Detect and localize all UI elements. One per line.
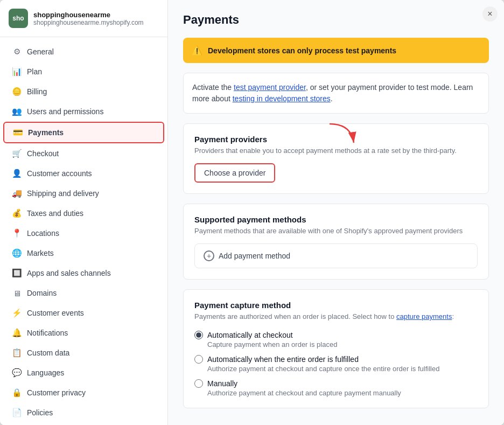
payment-providers-section: Payment providers Providers that enable …: [183, 123, 489, 194]
radio-item-auto-checkout: Automatically at checkout Capture paymen…: [194, 331, 478, 349]
info-box: Activate the test payment provider, or s…: [183, 73, 489, 114]
store-info: shoppinghousenearme shoppinghousenearme.…: [33, 11, 144, 26]
sidebar-item-users[interactable]: 👥 Users and permissions: [3, 102, 164, 121]
store-name: shoppinghousenearme: [33, 11, 144, 19]
capture-payments-link[interactable]: capture payments: [396, 312, 452, 321]
sidebar-item-billing[interactable]: 🪙 Billing: [3, 82, 164, 101]
testing-dev-stores-link[interactable]: testing in development stores: [233, 94, 331, 103]
sidebar-item-label: Languages: [27, 368, 64, 377]
radio-desc-auto-checkout: Capture payment when an order is placed: [207, 340, 478, 349]
plan-icon: 📊: [12, 67, 22, 76]
radio-item-auto-fulfilled: Automatically when the entire order is f…: [194, 355, 478, 373]
sidebar-item-plan[interactable]: 📊 Plan: [3, 62, 164, 81]
radio-label-auto-fulfilled[interactable]: Automatically when the entire order is f…: [194, 355, 478, 364]
notifications-icon: 🔔: [12, 328, 22, 338]
customer-events-icon: ⚡: [12, 308, 22, 318]
main-layout: sho shoppinghousenearme shoppinghousenea…: [0, 0, 504, 425]
sidebar-item-label: Domains: [27, 289, 57, 297]
sidebar-item-custom-data[interactable]: 📋 Custom data: [3, 343, 164, 363]
close-button[interactable]: ×: [482, 6, 498, 22]
sidebar-item-privacy[interactable]: 🔒 Customer privacy: [3, 383, 164, 402]
info-text: Activate the test payment provider, or s…: [192, 82, 480, 104]
sidebar-item-label: Billing: [27, 87, 47, 96]
store-url: shoppinghousenearme.myshopify.com: [33, 19, 144, 26]
locations-icon: 📍: [12, 228, 22, 238]
sidebar-item-label: Plan: [27, 67, 42, 76]
languages-icon: 💬: [12, 368, 22, 378]
capture-method-title: Payment capture method: [194, 301, 478, 310]
add-circle-icon: +: [204, 250, 214, 261]
sidebar-item-policies[interactable]: 📄 Policies: [3, 403, 164, 422]
sidebar-item-locations[interactable]: 📍 Locations: [3, 224, 164, 243]
radio-auto-checkout[interactable]: [194, 331, 203, 339]
page-title: Payments: [183, 13, 489, 27]
supported-methods-desc: Payment methods that are available with …: [194, 226, 478, 236]
radio-desc-manual: Authorize payment at checkout and captur…: [207, 389, 478, 397]
radio-item-manual: Manually Authorize payment at checkout a…: [194, 379, 478, 397]
test-payment-link[interactable]: test payment provider: [234, 83, 306, 92]
shipping-icon: 🚚: [12, 189, 22, 198]
sidebar-item-label: Taxes and duties: [27, 209, 83, 218]
alert-text: Development stores can only process test…: [208, 46, 396, 55]
sidebar-item-general[interactable]: ⚙ General: [3, 42, 164, 61]
sidebar-item-notifications[interactable]: 🔔 Notifications: [3, 323, 164, 343]
sidebar-item-label: Users and permissions: [27, 107, 103, 116]
app-window: × sho shoppinghousenearme shoppinghousen…: [0, 0, 504, 425]
users-icon: 👥: [12, 107, 22, 116]
sidebar-item-label: Notifications: [27, 329, 68, 337]
sidebar-item-label: Custom data: [27, 349, 69, 357]
markets-icon: 🌐: [12, 248, 22, 258]
store-header: sho shoppinghousenearme shoppinghousenea…: [0, 0, 167, 37]
sidebar-item-label: Shipping and delivery: [27, 189, 99, 198]
supported-methods-section: Supported payment methods Payment method…: [183, 204, 489, 280]
privacy-icon: 🔒: [12, 388, 22, 398]
sidebar-item-shipping[interactable]: 🚚 Shipping and delivery: [3, 184, 164, 203]
sidebar-item-markets[interactable]: 🌐 Markets: [3, 243, 164, 263]
sidebar-item-label: Customer privacy: [27, 388, 86, 397]
sidebar-item-label: Locations: [27, 229, 59, 238]
sidebar: sho shoppinghousenearme shoppinghousenea…: [0, 0, 168, 425]
sidebar-item-customer-accounts[interactable]: 👤 Customer accounts: [3, 164, 164, 183]
payments-icon: 💳: [13, 128, 23, 137]
sidebar-item-customer-events[interactable]: ⚡ Customer events: [3, 303, 164, 323]
sidebar-item-label: Policies: [27, 408, 53, 417]
choose-provider-button[interactable]: Choose a provider: [194, 163, 275, 183]
domains-icon: 🖥: [12, 288, 22, 298]
taxes-icon: 💰: [12, 208, 22, 218]
sidebar-item-label: General: [27, 47, 54, 56]
checkout-icon: 🛒: [12, 149, 22, 158]
sidebar-item-label: Apps and sales channels: [27, 269, 111, 277]
main-content: Payments ⚠️ Development stores can only …: [168, 0, 504, 425]
radio-desc-auto-fulfilled: Authorize payment at checkout and captur…: [207, 365, 478, 373]
store-avatar: sho: [9, 9, 28, 28]
sidebar-item-domains[interactable]: 🖥 Domains: [3, 283, 164, 303]
sidebar-item-label: Checkout: [27, 149, 59, 158]
sidebar-item-taxes[interactable]: 💰 Taxes and duties: [3, 204, 164, 223]
radio-label-manual[interactable]: Manually: [194, 379, 478, 388]
radio-label-auto-checkout[interactable]: Automatically at checkout: [194, 331, 478, 339]
sidebar-item-label: Markets: [27, 249, 54, 257]
capture-method-section: Payment capture method Payments are auth…: [183, 289, 489, 408]
billing-icon: 🪙: [12, 87, 22, 96]
sidebar-item-label: Payments: [28, 128, 64, 137]
general-icon: ⚙: [12, 47, 22, 57]
radio-manual[interactable]: [194, 379, 203, 388]
capture-method-options: Automatically at checkout Capture paymen…: [194, 331, 478, 397]
sidebar-item-label: Customer accounts: [27, 169, 92, 178]
add-payment-method-button[interactable]: + Add payment method: [194, 243, 478, 268]
customer-accounts-icon: 👤: [12, 169, 22, 178]
sidebar-item-label: Customer events: [27, 309, 84, 317]
sidebar-item-languages[interactable]: 💬 Languages: [3, 363, 164, 382]
sidebar-item-payments[interactable]: 💳 Payments: [3, 122, 164, 143]
policies-icon: 📄: [12, 408, 22, 417]
payment-providers-desc: Providers that enable you to accept paym…: [194, 146, 478, 156]
warning-icon: ⚠️: [192, 45, 202, 55]
nav-list: ⚙ General 📊 Plan 🪙 Billing 👥 Users and p…: [0, 37, 167, 425]
sidebar-item-apps[interactable]: 🔲 Apps and sales channels: [3, 263, 164, 283]
apps-icon: 🔲: [12, 268, 22, 278]
capture-method-desc: Payments are authorized when an order is…: [194, 312, 478, 322]
payment-providers-title: Payment providers: [194, 135, 478, 144]
supported-methods-title: Supported payment methods: [194, 215, 478, 224]
radio-auto-fulfilled[interactable]: [194, 355, 203, 364]
sidebar-item-checkout[interactable]: 🛒 Checkout: [3, 144, 164, 163]
